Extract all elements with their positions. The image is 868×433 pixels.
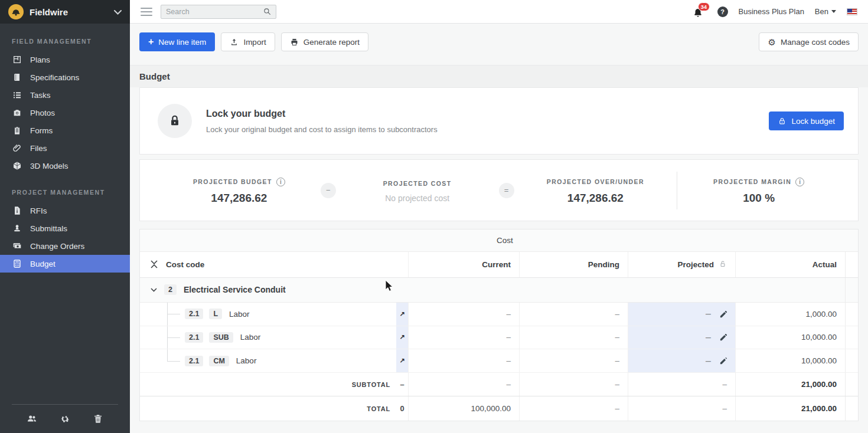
line-item-code-badge: 2.1 — [185, 309, 203, 320]
chevron-down-icon — [114, 6, 122, 17]
sidebar-item-photos[interactable]: Photos — [0, 104, 130, 122]
subtotal-current: – — [408, 373, 519, 396]
pending-cell[interactable]: – — [519, 303, 628, 326]
collapse-all-icon[interactable] — [151, 260, 158, 268]
sidebar-item-files[interactable]: Files — [0, 139, 130, 157]
column-pending[interactable]: Pending — [519, 252, 628, 277]
sidebar-item-plans[interactable]: Plans — [0, 51, 130, 68]
search-input[interactable] — [166, 8, 263, 16]
projected-over-under-value: 147,286.62 — [514, 192, 677, 205]
gear-icon: ⚙ — [768, 38, 775, 47]
current-cell[interactable]: – — [408, 303, 519, 326]
lock-banner-title: Lock your budget — [206, 109, 438, 119]
stat-projected-budget: PROJECTED BUDGETi 147,286.62 — [158, 176, 321, 205]
people-icon[interactable] — [26, 413, 38, 425]
notifications-button[interactable]: 34 — [693, 5, 707, 19]
sidebar-item-tasks[interactable]: Tasks — [0, 86, 130, 104]
help-button[interactable]: ? — [717, 6, 728, 17]
section-field-management: FIELD MANAGEMENT — [0, 24, 130, 51]
total-row: TOTAL 0 100,000.00 – – 21,000.00 — [140, 396, 858, 421]
tree-connector — [167, 361, 180, 362]
calculator-icon — [12, 259, 22, 269]
info-icon[interactable]: i — [795, 178, 804, 186]
total-pending: – — [519, 396, 628, 421]
edit-pencil-icon[interactable] — [719, 356, 728, 365]
line-item-row[interactable]: 2.1 SUB Labor ↗ – – – 10,000.00 — [140, 326, 858, 350]
page-title-band: Budget — [130, 65, 868, 87]
chevron-down-icon[interactable] — [151, 288, 157, 292]
section-project-management: PROJECT MANAGEMENT — [0, 175, 130, 202]
column-projected[interactable]: Projected — [677, 260, 714, 269]
edit-pencil-icon[interactable] — [719, 310, 728, 319]
sidebar-item-label: 3D Models — [30, 162, 68, 170]
total-code-value: 0 — [400, 404, 404, 413]
sidebar-item-specifications[interactable]: Specifications — [0, 68, 130, 86]
subtotal-projected: – — [628, 373, 735, 396]
sidebar-footer — [0, 397, 130, 433]
column-current[interactable]: Current — [408, 252, 519, 277]
sidebar-item-submittals[interactable]: Submittals — [0, 219, 130, 237]
project-switcher[interactable]: Fieldwire — [0, 0, 130, 24]
lock-budget-button[interactable]: Lock budget — [769, 111, 844, 130]
photos-icon — [12, 108, 22, 118]
sidebar-item-3d-models[interactable]: 3D Models — [0, 157, 130, 175]
total-actual: 21,000.00 — [735, 396, 845, 421]
current-cell[interactable]: – — [408, 349, 519, 372]
projected-cell[interactable]: – — [706, 309, 711, 319]
sidebar-item-rfis[interactable]: RFIs — [0, 202, 130, 219]
projected-cell[interactable]: – — [706, 356, 711, 366]
sidebar-item-forms[interactable]: Forms — [0, 122, 130, 139]
manage-cost-codes-button[interactable]: ⚙ Manage cost codes — [759, 32, 859, 51]
gear-icon[interactable] — [59, 413, 71, 425]
specifications-icon — [12, 73, 22, 83]
stamp-icon — [12, 224, 22, 234]
us-flag-icon[interactable] — [847, 8, 857, 15]
pending-cell[interactable]: – — [519, 326, 628, 349]
cash-icon — [12, 241, 22, 251]
sidebar-item-label: RFIs — [30, 206, 47, 215]
pending-cell[interactable]: – — [519, 349, 628, 372]
line-item-type-badge: SUB — [209, 332, 233, 343]
projected-cell[interactable]: – — [706, 332, 711, 343]
assign-arrow-icon[interactable]: ↗ — [399, 357, 404, 365]
projected-budget-value: 147,286.62 — [158, 192, 321, 205]
import-button[interactable]: Import — [221, 32, 275, 51]
plans-icon — [12, 55, 22, 65]
total-label: TOTAL — [367, 405, 390, 412]
user-menu[interactable]: Ben — [815, 7, 836, 16]
hamburger-menu-icon[interactable] — [141, 8, 152, 16]
lock-budget-banner: Lock your budget Lock your original budg… — [139, 87, 859, 155]
caret-down-icon — [831, 10, 836, 13]
stat-projected-over-under: PROJECTED OVER/UNDER 147,286.62 — [514, 176, 677, 205]
cube-icon — [12, 161, 22, 171]
unlock-icon — [719, 260, 727, 268]
subtotal-label: SUBTOTAL — [352, 381, 390, 388]
line-item-code-badge: 2.1 — [185, 356, 203, 367]
budget-summary: PROJECTED BUDGETi 147,286.62 − PROJECTED… — [139, 159, 859, 221]
actual-cell[interactable]: 10,000.00 — [735, 349, 845, 372]
plan-label[interactable]: Business Plus Plan — [739, 7, 804, 16]
cost-code-group-row[interactable]: 2 Electrical Service Conduit — [140, 278, 858, 303]
stat-projected-cost: PROJECTED COST No projected cost — [336, 178, 499, 203]
table-column-headers: Cost code Current Pending Projected Actu… — [140, 252, 858, 278]
tree-connector — [167, 349, 168, 360]
sidebar-item-label: Files — [30, 144, 47, 153]
assign-arrow-icon[interactable]: ↗ — [399, 310, 404, 318]
column-cost-code[interactable]: Cost code — [166, 260, 204, 269]
current-cell[interactable]: – — [408, 326, 519, 349]
sidebar-item-budget[interactable]: Budget — [0, 255, 130, 273]
line-item-row[interactable]: 2.1 L Labor ↗ – – – 1,000.00 — [140, 303, 858, 326]
generate-report-button[interactable]: Generate report — [281, 32, 368, 51]
column-actual[interactable]: Actual — [735, 252, 845, 277]
line-item-row[interactable]: 2.1 CM Labor ↗ – – – 10,000.00 — [140, 349, 858, 373]
trash-icon[interactable] — [92, 413, 104, 425]
actual-cell[interactable]: 10,000.00 — [735, 326, 845, 349]
info-icon[interactable]: i — [276, 178, 285, 186]
search-box[interactable] — [161, 5, 276, 19]
line-item-name: Labor — [240, 333, 261, 342]
edit-pencil-icon[interactable] — [719, 333, 728, 342]
actual-cell[interactable]: 1,000.00 — [735, 303, 845, 326]
assign-arrow-icon[interactable]: ↗ — [399, 333, 404, 341]
sidebar-item-change-orders[interactable]: Change Orders — [0, 237, 130, 255]
new-line-item-button[interactable]: + New line item — [139, 32, 215, 51]
